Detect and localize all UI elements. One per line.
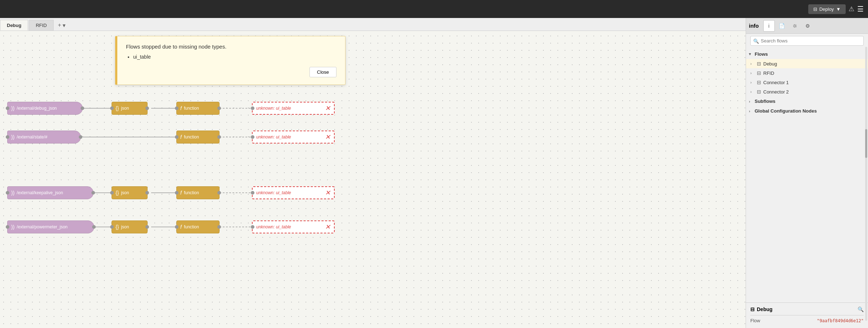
scrollbar-thumb[interactable] — [865, 129, 867, 158]
flows-tree: ▾ Flows › ⊟ Debug › ⊟ RFID › ⊟ Connector… — [746, 48, 868, 117]
port-in — [6, 191, 9, 195]
node-json-3[interactable]: {} json — [112, 220, 148, 233]
function-icon: f — [180, 190, 182, 196]
tree-item-label: Debug — [763, 61, 777, 67]
mqtt-icon: )) — [11, 224, 14, 230]
debug-title-icon: ⊟ — [750, 306, 755, 312]
node-function-2[interactable]: f function — [176, 131, 220, 144]
close-icon: ✕ — [325, 189, 330, 197]
function-icon: f — [180, 224, 182, 230]
node-label: /external/debug_json — [17, 106, 56, 111]
global-config-section-header[interactable]: › Global Configuration Nodes — [746, 106, 868, 116]
tab-add-icon: + — [58, 22, 61, 28]
port-in — [251, 135, 254, 139]
deploy-label: Deploy — [819, 6, 834, 12]
node-unknown-4[interactable]: unknown: ui_table ✕ — [252, 220, 335, 233]
scrollbar-vertical[interactable] — [865, 47, 867, 321]
search-flows-container: 🔍 — [750, 36, 864, 46]
tree-item-label: Connector 2 — [763, 89, 789, 95]
global-config-expand-icon: › — [749, 109, 753, 113]
node-mqtt-debug-json[interactable]: )) /external/debug_json — [7, 102, 83, 115]
modal-close-button[interactable]: Close — [309, 67, 336, 77]
tree-item-connector2[interactable]: › ⊟ Connector 2 — [746, 87, 868, 96]
node-label: unknown: ui_table — [256, 224, 291, 229]
port-in — [110, 191, 114, 195]
node-mqtt-state[interactable]: )) /external/state/# — [7, 131, 81, 144]
port-out — [217, 135, 221, 139]
search-flows-input[interactable] — [750, 36, 864, 46]
search-icon: 🔍 — [753, 38, 759, 44]
node-unknown-2[interactable]: unknown: ui_table ✕ — [252, 131, 335, 144]
info-icon: i — [768, 23, 769, 29]
debug-flow-value: "9aafbf849d4d6e12" — [817, 318, 864, 323]
panel-tab-nodes[interactable]: ⛭ — [789, 20, 801, 32]
hamburger-menu-icon[interactable]: ☰ — [857, 5, 864, 13]
tab-bar: Debug RFID + ▾ — [0, 18, 746, 31]
right-panel-tabs: info i 📄 ⛭ ⚙ — [746, 18, 868, 34]
json-icon: {} — [116, 190, 119, 196]
right-panel: info i 📄 ⛭ ⚙ 🔍 ▾ Flows › ⊟ Debug › ⊟ — [746, 18, 868, 328]
node-mqtt-powermeter[interactable]: )) /external/powermeter_json — [7, 220, 94, 233]
port-out — [81, 106, 84, 110]
port-out — [217, 191, 221, 195]
node-mqtt-keepalive[interactable]: )) /external/keepalive_json — [7, 186, 94, 199]
port-out — [145, 191, 149, 195]
tab-debug[interactable]: Debug — [0, 20, 28, 31]
node-label: json — [121, 106, 129, 111]
node-label: unknown: ui_table — [256, 190, 291, 195]
modal-list-item: ui_table — [133, 54, 336, 60]
tree-item-debug[interactable]: › ⊟ Debug — [746, 59, 868, 68]
node-function-1[interactable]: f function — [176, 102, 220, 115]
tree-item-connector1[interactable]: › ⊟ Connector 1 — [746, 78, 868, 87]
node-label: function — [184, 190, 199, 195]
node-function-3[interactable]: f function — [176, 186, 220, 199]
tab-add-button[interactable]: + ▾ — [54, 20, 69, 31]
subflows-section-header[interactable]: › Subflows — [746, 96, 868, 106]
flows-expand-icon: ▾ — [749, 52, 753, 56]
topbar: ⊟ Deploy ▼ ⚠ ☰ — [0, 0, 868, 18]
mqtt-icon: )) — [11, 105, 14, 111]
node-unknown-1[interactable]: unknown: ui_table ✕ — [252, 102, 335, 115]
port-in — [175, 106, 178, 110]
warning-icon[interactable]: ⚠ — [849, 5, 854, 13]
function-icon: f — [180, 134, 182, 140]
rfid-expand-icon: › — [750, 71, 755, 75]
tab-rfid[interactable]: RFID — [29, 20, 53, 31]
connector1-expand-icon: › — [750, 80, 755, 85]
port-in — [175, 135, 178, 139]
nodes-icon: ⛭ — [792, 23, 797, 29]
panel-tab-settings[interactable]: ⚙ — [802, 20, 814, 32]
port-in — [251, 106, 254, 110]
node-function-4[interactable]: f function — [176, 220, 220, 233]
node-json-1[interactable]: {} json — [112, 102, 148, 115]
close-icon: ✕ — [325, 133, 330, 141]
port-in — [175, 225, 178, 229]
panel-tab-info[interactable]: i — [763, 20, 775, 32]
debug-search-icon: 🔍 — [858, 306, 864, 312]
tree-item-label: RFID — [763, 70, 774, 76]
separator — [750, 315, 864, 315]
tree-item-rfid[interactable]: › ⊟ RFID — [746, 68, 868, 78]
node-label: unknown: ui_table — [256, 135, 291, 140]
mqtt-icon: )) — [11, 134, 14, 140]
flows-section-header[interactable]: ▾ Flows — [746, 49, 868, 59]
debug-expand-icon: › — [750, 62, 755, 66]
deploy-button[interactable]: ⊟ Deploy ▼ — [808, 4, 846, 14]
node-unknown-3[interactable]: unknown: ui_table ✕ — [252, 186, 335, 199]
debug-title-label: Debug — [757, 306, 773, 312]
settings-icon: ⚙ — [805, 23, 810, 29]
node-label: function — [184, 135, 199, 140]
port-in — [110, 225, 114, 229]
node-label: json — [121, 224, 129, 229]
panel-tab-doc[interactable]: 📄 — [776, 20, 788, 32]
node-label: /external/keepalive_json — [17, 190, 63, 195]
debug-header: ⊟ Debug 🔍 — [750, 306, 864, 312]
node-json-2[interactable]: {} json — [112, 186, 148, 199]
debug-flow-key: Flow — [750, 318, 760, 323]
modal-title: Flows stopped due to missing node types. — [126, 44, 336, 50]
port-in — [175, 191, 178, 195]
subflows-section-label: Subflows — [755, 99, 776, 104]
port-in — [6, 135, 9, 139]
connector2-flow-icon: ⊟ — [757, 89, 761, 95]
node-label: function — [184, 106, 199, 111]
